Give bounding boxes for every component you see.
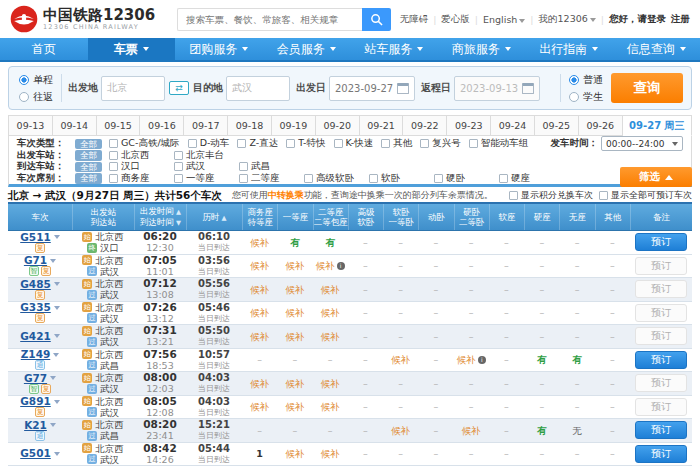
checkbox[interactable] — [174, 162, 183, 171]
train-number-link[interactable]: Z149 — [21, 349, 51, 360]
filter-option[interactable]: T-特快 — [286, 137, 325, 150]
top-link[interactable]: English — [483, 14, 525, 25]
filter-option[interactable]: 商务座 — [109, 172, 166, 185]
train-number-link[interactable]: G511 — [20, 232, 51, 243]
to-input[interactable]: 武汉 — [226, 76, 290, 101]
filter-option[interactable]: 硬卧 — [434, 172, 491, 185]
filter-all-button[interactable]: 全部 — [75, 162, 102, 173]
info-icon[interactable]: i — [478, 356, 486, 364]
return-date-input[interactable]: 2023-09-13 — [454, 76, 540, 101]
logo[interactable]: 中国铁路12306 12306 CHINA RAILWAY — [10, 5, 155, 33]
register-link[interactable]: 注册 — [671, 13, 690, 26]
top-link[interactable]: 无障碍 — [400, 13, 429, 26]
expand-caret-icon[interactable] — [54, 235, 60, 239]
search-button[interactable] — [362, 8, 391, 31]
filter-option[interactable]: 高级软卧 — [304, 172, 361, 185]
login-link[interactable]: 您好，请登录 — [609, 13, 666, 26]
nav-item[interactable]: 首页 — [0, 38, 88, 60]
filter-option[interactable]: 硬座 — [499, 172, 556, 185]
book-button[interactable]: 预订 — [635, 233, 687, 251]
checkbox[interactable] — [304, 174, 313, 183]
nav-item[interactable]: 团购服务 — [175, 38, 263, 60]
checkbox[interactable] — [188, 139, 197, 148]
passenger-type-radio[interactable]: 普通 — [569, 73, 603, 87]
sort-icon[interactable]: ▲ — [219, 214, 226, 222]
passenger-type-radio[interactable]: 学生 — [569, 90, 603, 104]
trip-type-radio[interactable]: 单程 — [19, 73, 53, 87]
nav-item[interactable]: 出行指南 — [525, 38, 613, 60]
date-tab[interactable]: 09-26 — [579, 115, 623, 136]
date-tab[interactable]: 09-21 — [360, 115, 404, 136]
nav-item[interactable]: 站车服务 — [350, 38, 438, 60]
date-tab[interactable]: 09-18 — [228, 115, 272, 136]
date-tab[interactable]: 09-13 — [8, 115, 53, 136]
train-number-link[interactable]: G421 — [20, 331, 51, 342]
book-button[interactable]: 预订 — [635, 445, 687, 463]
expand-caret-icon[interactable] — [53, 353, 59, 357]
filter-button[interactable]: 筛选 — [620, 167, 692, 187]
checkbox[interactable] — [109, 151, 118, 160]
date-tab[interactable]: 09-25 — [535, 115, 579, 136]
train-number-link[interactable]: G71 — [24, 255, 47, 266]
query-button[interactable]: 查询 — [611, 73, 683, 103]
filter-all-button[interactable]: 全部 — [75, 139, 102, 150]
checkbox[interactable] — [109, 174, 118, 183]
expand-caret-icon[interactable] — [50, 259, 56, 263]
checkbox[interactable] — [286, 139, 295, 148]
date-tab[interactable]: 09-23 — [447, 115, 491, 136]
filter-option[interactable]: 二等座 — [239, 172, 296, 185]
train-number-link[interactable]: G77 — [24, 373, 47, 384]
expand-caret-icon[interactable] — [50, 423, 56, 427]
filter-option[interactable]: 复兴号 — [420, 137, 461, 150]
nav-item[interactable]: 车票 — [88, 38, 176, 60]
date-tab[interactable]: 09-15 — [97, 115, 141, 136]
depart-time-select[interactable]: 00:00--24:00 — [601, 136, 683, 151]
train-number-link[interactable]: K21 — [24, 420, 47, 431]
date-tab[interactable]: 09-19 — [272, 115, 316, 136]
date-tab[interactable]: 09-20 — [316, 115, 360, 136]
checkbox[interactable] — [334, 139, 343, 148]
filter-option[interactable]: 其他 — [381, 137, 412, 150]
checkbox[interactable] — [381, 139, 390, 148]
nav-item[interactable]: 商旅服务 — [438, 38, 526, 60]
expand-caret-icon[interactable] — [50, 376, 56, 380]
from-input[interactable]: 北京 — [101, 76, 165, 101]
train-number-link[interactable]: G485 — [20, 279, 51, 290]
expand-caret-icon[interactable] — [54, 400, 60, 404]
trip-type-radio[interactable]: 往返 — [19, 90, 53, 104]
transfer-link[interactable]: 中转换乘 — [268, 190, 304, 200]
train-number-link[interactable]: G501 — [20, 448, 51, 459]
date-tab[interactable]: 09-16 — [140, 115, 184, 136]
book-button[interactable]: 预订 — [635, 421, 687, 439]
checkbox[interactable] — [239, 174, 248, 183]
summary-checkbox[interactable]: 显示全部可预订车次 — [599, 189, 692, 202]
checkbox[interactable] — [109, 139, 118, 148]
date-tab[interactable]: 09-24 — [491, 115, 535, 136]
top-link[interactable]: 我的12306 — [539, 13, 596, 26]
filter-all-button[interactable]: 全部 — [75, 150, 102, 161]
date-tab[interactable]: 09-14 — [53, 115, 97, 136]
filter-option[interactable]: 智能动车组 — [469, 137, 529, 150]
date-tab[interactable]: 09-17 — [184, 115, 228, 136]
depart-date-input[interactable]: 2023-09-27 — [329, 76, 415, 101]
checkbox[interactable] — [599, 191, 608, 200]
expand-caret-icon[interactable] — [54, 452, 60, 456]
filter-option[interactable]: 一等座 — [174, 172, 231, 185]
checkbox[interactable] — [369, 174, 378, 183]
date-tab-selected[interactable]: 09-27 周三 — [623, 115, 693, 136]
swap-stations-icon[interactable]: ⇄ — [169, 81, 189, 95]
checkbox[interactable] — [237, 139, 246, 148]
info-icon[interactable]: i — [337, 262, 345, 270]
checkbox[interactable] — [434, 174, 443, 183]
top-link[interactable]: 爱心版 — [441, 13, 470, 26]
nav-item[interactable]: 会员服务 — [263, 38, 351, 60]
search-input[interactable] — [177, 8, 362, 31]
checkbox[interactable] — [174, 151, 183, 160]
expand-caret-icon[interactable] — [54, 334, 60, 338]
train-number-link[interactable]: G335 — [20, 302, 51, 313]
checkbox[interactable] — [420, 139, 429, 148]
summary-checkbox[interactable]: 显示积分兑换车次 — [509, 189, 593, 202]
checkbox[interactable] — [499, 174, 508, 183]
checkbox[interactable] — [109, 162, 118, 171]
nav-item[interactable]: 信息查询 — [613, 38, 700, 60]
